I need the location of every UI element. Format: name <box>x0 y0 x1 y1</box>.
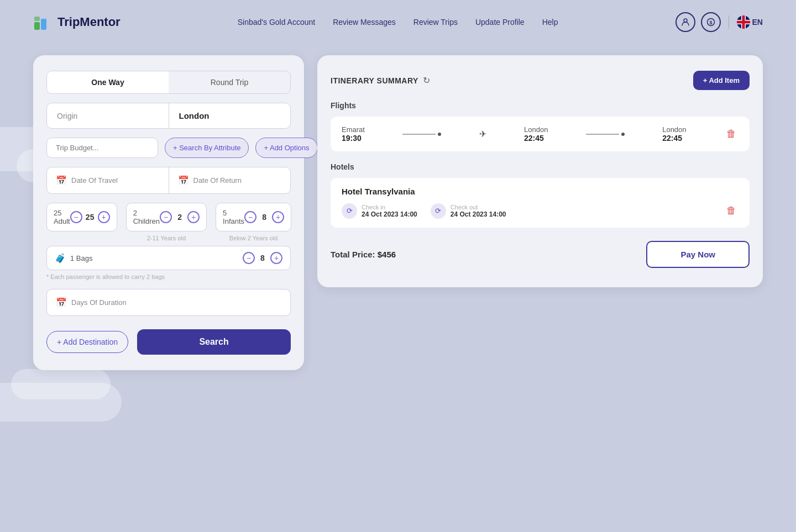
checkout-info: Check out 24 Oct 2023 14:00 <box>451 204 506 218</box>
logo-mentor: Mentor <box>80 15 120 29</box>
children-counter: − 2 + <box>160 211 200 223</box>
date-of-return-field[interactable]: 📅 Date Of Return <box>169 167 291 193</box>
adults-decrement[interactable]: − <box>70 211 82 223</box>
children-group: 2 Children − 2 + 2-11 Years old <box>126 203 207 241</box>
divider <box>729 15 729 29</box>
infants-controls: 5 Infants − 8 + <box>216 203 291 231</box>
hotel-dates: ⟳ Check in 24 Oct 2023 14:00 ⟳ Check out… <box>342 203 506 219</box>
bags-left: 🧳 1 Bags <box>55 253 92 264</box>
total-price-label: Total Price: $456 <box>331 250 396 259</box>
checkout-date: 24 Oct 2023 14:00 <box>451 210 506 218</box>
flight-dest2: London 22:45 <box>662 125 686 143</box>
user-icon-button[interactable] <box>675 12 695 32</box>
checkin-date: 24 Oct 2023 14:00 <box>362 210 417 218</box>
nav-profile[interactable]: Update Profile <box>475 18 525 27</box>
children-hint: 2-11 Years old <box>126 235 207 241</box>
round-trip-tab[interactable]: Round Trip <box>169 71 290 93</box>
nav-trips[interactable]: Review Trips <box>413 18 458 27</box>
main-content: One Way Round Trip Origin London + Searc… <box>0 44 796 381</box>
calendar-icon-return: 📅 <box>178 175 189 186</box>
search-card: One Way Round Trip Origin London + Searc… <box>33 55 304 370</box>
hotel-checkout-block: ⟳ Check out 24 Oct 2023 14:00 <box>431 203 506 219</box>
flight-origin: Emarat 19:30 <box>342 125 365 143</box>
add-item-label: + Add Item <box>703 76 740 85</box>
one-way-tab[interactable]: One Way <box>47 71 169 93</box>
svg-rect-13 <box>742 15 745 29</box>
flight-card: Emarat 19:30 ✈ London 22:45 London 22:45 <box>331 117 750 151</box>
flight-line-2 <box>586 133 625 136</box>
date-row: 📅 Date Of Travel 📅 Date Of Return <box>46 167 291 194</box>
infants-label: 5 Infants <box>223 209 244 225</box>
bags-decrement[interactable]: − <box>243 252 255 264</box>
infants-counter: − 8 + <box>244 211 284 223</box>
flight-dest2-time: 22:45 <box>662 134 686 143</box>
adults-counter: − 25 + <box>70 211 110 223</box>
infants-hint: Below 2 Years old <box>216 235 291 241</box>
adults-increment[interactable]: + <box>98 211 110 223</box>
svg-rect-4 <box>41 19 46 30</box>
search-by-attribute-button[interactable]: + Search By Attribute <box>165 138 249 158</box>
budget-row: + Search By Attribute + Add Options <box>46 138 291 158</box>
flight-dest1: London 22:45 <box>524 125 548 143</box>
children-controls: 2 Children − 2 + <box>126 203 207 231</box>
add-options-label: + Add Options <box>264 144 309 152</box>
hotel-delete-button[interactable]: 🗑 <box>724 203 739 219</box>
svg-rect-3 <box>34 22 40 30</box>
nav-account[interactable]: Sinbad's Gold Account <box>238 18 315 27</box>
pay-now-button[interactable]: Pay Now <box>646 241 750 268</box>
nav-messages[interactable]: Review Messages <box>333 18 396 27</box>
bags-increment[interactable]: + <box>270 252 282 264</box>
flight-arrow-icon: ✈ <box>479 129 486 139</box>
add-item-button[interactable]: + Add Item <box>693 71 750 90</box>
adults-count: 25 <box>86 213 95 222</box>
flight-delete-button[interactable]: 🗑 <box>724 126 739 142</box>
refresh-icon[interactable]: ↻ <box>423 75 430 86</box>
itinerary-card: ITINERARY SUMMARY ↻ + Add Item Flights E… <box>317 55 763 287</box>
dollar-icon-button[interactable]: $ <box>701 12 721 32</box>
hotel-card: Hotel Transylvania ⟳ Check in 24 Oct 202… <box>331 178 750 228</box>
flight-line-1 <box>402 133 441 136</box>
nav-links: Sinbad's Gold Account Review Messages Re… <box>238 18 558 27</box>
date-of-travel-label: Date Of Travel <box>71 176 118 185</box>
itinerary-header: ITINERARY SUMMARY ↻ + Add Item <box>331 71 750 90</box>
hotels-section-title: Hotels <box>331 162 750 171</box>
language-button[interactable]: EN <box>737 15 763 29</box>
add-destination-button[interactable]: + Add Destination <box>46 331 128 353</box>
checkin-icon: ⟳ <box>342 203 357 219</box>
adults-group: 25 Adult − 25 + <box>46 203 117 241</box>
date-of-return-label: Date Of Return <box>193 176 242 185</box>
logo[interactable]: TripMentor <box>33 12 121 32</box>
navbar: TripMentor Sinbad's Gold Account Review … <box>0 0 796 44</box>
infants-decrement[interactable]: − <box>244 211 256 223</box>
search-button[interactable]: Search <box>137 329 291 355</box>
search-by-attr-label: + Search By Attribute <box>173 144 240 152</box>
date-of-travel-field[interactable]: 📅 Date Of Travel <box>47 167 169 193</box>
hotel-checkin-block: ⟳ Check in 24 Oct 2023 14:00 <box>342 203 417 219</box>
line-segment-1 <box>402 134 436 135</box>
duration-label: Days Of Duration <box>71 298 127 307</box>
itinerary-title-row: ITINERARY SUMMARY ↻ <box>331 75 430 86</box>
logo-trip: Trip <box>57 15 80 29</box>
flights-section-title: Flights <box>331 101 750 110</box>
flight-dest1-time: 22:45 <box>524 134 548 143</box>
adults-label: 25 Adult <box>54 209 70 225</box>
bags-row: 🧳 1 Bags − 8 + <box>46 246 291 270</box>
svg-rect-5 <box>34 17 40 21</box>
origin-row: Origin London <box>46 103 291 129</box>
origin-label: Origin <box>47 103 169 128</box>
budget-input[interactable] <box>46 138 158 158</box>
origin-value[interactable]: London <box>169 103 291 128</box>
infants-group: 5 Infants − 8 + Below 2 Years old <box>216 203 291 241</box>
nav-help[interactable]: Help <box>542 18 558 27</box>
children-decrement[interactable]: − <box>160 211 172 223</box>
bags-counter: − 8 + <box>243 252 282 264</box>
line-dot-1 <box>438 133 441 136</box>
search-label: Search <box>199 337 228 346</box>
add-options-button[interactable]: + Add Options <box>255 138 317 158</box>
infants-increment[interactable]: + <box>272 211 284 223</box>
passengers-row: 25 Adult − 25 + 2 Children − 2 + <box>46 203 291 241</box>
children-increment[interactable]: + <box>187 211 200 223</box>
duration-row[interactable]: 📅 Days Of Duration <box>46 289 291 316</box>
hotel-name: Hotel Transylvania <box>342 187 739 196</box>
itinerary-title: ITINERARY SUMMARY <box>331 76 418 85</box>
